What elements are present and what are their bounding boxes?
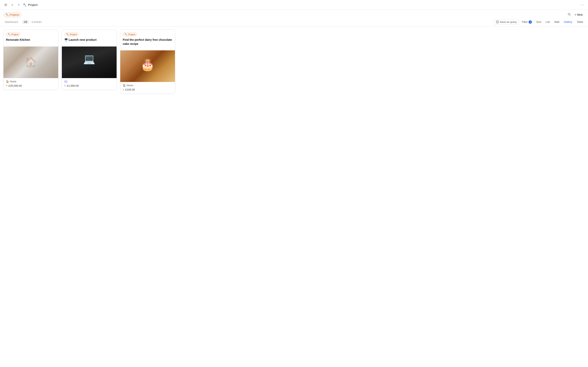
tab-dashboard[interactable]: Dashboard: [3, 20, 20, 24]
hash-icon: #: [123, 88, 124, 91]
new-button[interactable]: + New: [572, 12, 585, 17]
card-footer: 🏠 Home # £25,000.00: [3, 78, 58, 90]
breadcrumb-left: 🔧 Projects: [3, 12, 21, 17]
menu-button[interactable]: [3, 2, 8, 7]
hash-icon: #: [6, 84, 7, 87]
top-bar: 🔧 Project ···: [0, 0, 588, 10]
card-title: Renovate Kitchen: [6, 38, 56, 42]
tab-all[interactable]: All: [22, 20, 29, 24]
tag-icon: 🏠: [6, 80, 9, 83]
card-amount: # £1,000.00: [64, 84, 114, 87]
toolbar-right: Save as query Filter 1 Sort List Wall Ga…: [494, 19, 585, 25]
card-type-badge: 🔧 Project: [64, 33, 79, 36]
card-type-badge: 🔧 Project: [6, 33, 20, 36]
more-options-button[interactable]: ···: [580, 3, 585, 7]
projects-breadcrumb[interactable]: 🔧 Projects: [3, 12, 21, 17]
card-content: 🔧 Project Find the perfect dairy free ch…: [120, 30, 175, 50]
card-tag: Q1: [64, 80, 114, 83]
view-wall-button[interactable]: Wall: [553, 19, 561, 25]
card-content: 🔧 Project 🖥️ Launch new product: [62, 30, 117, 47]
forward-button[interactable]: [16, 2, 21, 7]
card-type-label: Project: [128, 33, 135, 36]
card-amount: # £100.00: [123, 88, 173, 91]
tag-icon: 🏠: [123, 84, 126, 87]
back-button[interactable]: [10, 2, 15, 7]
toolbar: Dashboard All 3 entries Save as query Fi…: [0, 17, 588, 26]
card-type-icon: 🔧: [125, 33, 127, 36]
card-type-label: Project: [11, 33, 18, 36]
filter-button[interactable]: Filter 1: [520, 19, 534, 25]
projects-label: Projects: [9, 13, 19, 16]
breadcrumb-right: + New: [567, 12, 585, 17]
new-plus-icon: +: [575, 13, 576, 16]
card-footer: Q1 # £1,000.00: [62, 78, 117, 90]
entries-count: 3 entries: [31, 20, 42, 24]
tag-label: Home: [10, 80, 16, 83]
card-type-label: Project: [70, 33, 77, 36]
svg-point-3: [568, 13, 570, 15]
top-bar-left: 🔧 Project: [3, 2, 38, 7]
amount-value: £1,000.00: [67, 84, 79, 87]
sort-button[interactable]: Sort: [535, 19, 543, 25]
toolbar-left: Dashboard All 3 entries: [3, 20, 42, 24]
amount-value: £100.00: [125, 88, 135, 91]
card-image: [3, 47, 58, 78]
card-footer: 🏠 Home # £100.00: [120, 82, 175, 94]
breadcrumb-bar: 🔧 Projects + New: [0, 10, 588, 17]
card-type-icon: 🔧: [66, 33, 69, 36]
card-image-wrapper: [120, 50, 175, 82]
card-image: [120, 50, 175, 82]
card-title: 🖥️ Launch new product: [64, 38, 114, 42]
view-gallery-button[interactable]: Gallery: [562, 19, 574, 25]
card-amount: # £25,000.00: [6, 84, 56, 87]
gallery-card[interactable]: 🔧 Project Renovate Kitchen 🏠 Home # £25,…: [3, 30, 58, 90]
card-image-wrapper: [62, 47, 117, 78]
card-tag: 🏠 Home: [123, 84, 173, 87]
gallery-card[interactable]: 🔧 Project 🖥️ Launch new product Q1 # £1,…: [62, 30, 117, 90]
projects-icon: 🔧: [6, 13, 9, 16]
gallery-area: 🔧 Project Renovate Kitchen 🏠 Home # £25,…: [0, 26, 588, 97]
card-type-badge: 🔧 Project: [123, 33, 137, 36]
card-title: Find the perfect dairy free chocolate ca…: [123, 38, 173, 46]
gallery-card[interactable]: 🔧 Project Find the perfect dairy free ch…: [120, 30, 175, 94]
tag-label: Q1: [64, 80, 68, 83]
card-tag: 🏠 Home: [6, 80, 56, 83]
card-image-wrapper: [3, 47, 58, 78]
view-list-button[interactable]: List: [544, 19, 552, 25]
tag-label: Home: [127, 84, 133, 87]
amount-value: £25,000.00: [9, 84, 22, 87]
page-title: 🔧 Project: [23, 3, 38, 7]
save-as-query-button[interactable]: Save as query: [494, 19, 519, 25]
search-button[interactable]: [567, 12, 572, 17]
svg-line-4: [570, 15, 571, 16]
hash-icon: #: [64, 84, 66, 87]
filter-badge: 1: [528, 20, 532, 24]
view-table-button[interactable]: Table: [575, 19, 585, 25]
card-image: [62, 47, 117, 78]
card-content: 🔧 Project Renovate Kitchen: [3, 30, 58, 47]
project-icon: 🔧: [23, 3, 27, 7]
card-type-icon: 🔧: [8, 33, 11, 36]
